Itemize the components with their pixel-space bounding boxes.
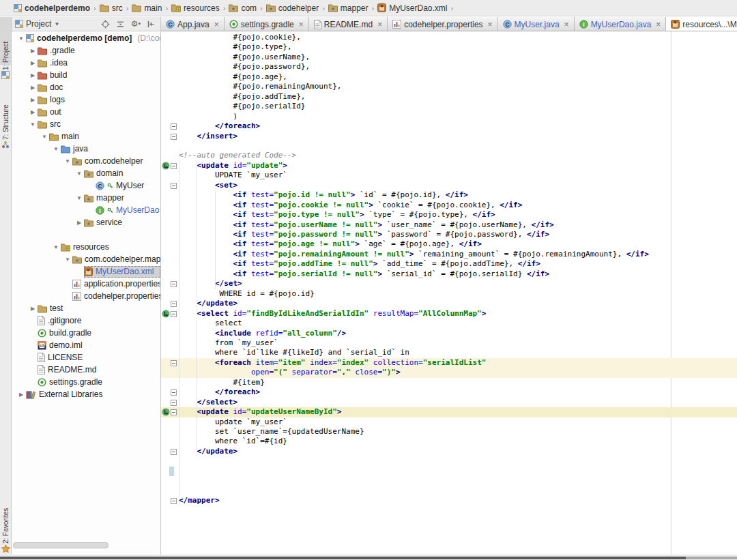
- close-icon[interactable]: ×: [299, 20, 304, 29]
- close-icon[interactable]: ×: [564, 20, 569, 29]
- code-line-9[interactable]: ): [161, 112, 737, 121]
- code-line-24[interactable]: <if test="pojo.addTime != null"> `add_ti…: [161, 259, 737, 269]
- tree-item-out[interactable]: ▶out: [12, 106, 160, 118]
- collapse-all-icon[interactable]: [116, 20, 125, 29]
- tree-item-com.codehelper[interactable]: ▼com.codehelper: [12, 155, 160, 167]
- code-line-34[interactable]: <foreach item="item" index="index" colle…: [161, 358, 737, 368]
- tab-myuser.java[interactable]: CMyUser.java×: [498, 17, 575, 31]
- code-line-32[interactable]: from `my_user`: [161, 338, 737, 348]
- nav-icon[interactable]: [162, 162, 170, 170]
- code-line-7[interactable]: #{pojo.addTime},: [161, 92, 737, 102]
- tree-item-.idea[interactable]: ▶.idea: [12, 57, 160, 69]
- expanded-arrow-icon[interactable]: ▼: [28, 121, 38, 128]
- collapsed-arrow-icon[interactable]: ▶: [28, 97, 38, 103]
- collapsed-arrow-icon[interactable]: ▶: [28, 72, 38, 78]
- code-line-25[interactable]: <if test="pojo.serialId != null"> `seria…: [161, 269, 737, 279]
- tree-item-mapper[interactable]: ▼mapper: [12, 192, 160, 204]
- fold-icon[interactable]: [171, 449, 177, 455]
- tab-app.java[interactable]: CApp.java×: [161, 17, 225, 31]
- tab-settings.gradle[interactable]: settings.gradle×: [225, 17, 309, 31]
- breadcrumb-item-main[interactable]: main: [132, 3, 162, 13]
- close-icon[interactable]: ×: [377, 20, 382, 29]
- code-line-16[interactable]: <set>: [161, 181, 737, 190]
- code-line-41[interactable]: set `user_name`={updatedUserName}: [161, 427, 737, 437]
- fold-icon[interactable]: [171, 400, 177, 406]
- tree-item-application.properties[interactable]: application.properties: [12, 278, 160, 290]
- code-line-35[interactable]: open="(" separator="," close=")">: [161, 368, 737, 377]
- collapsed-arrow-icon[interactable]: ▶: [74, 220, 84, 226]
- tree-item-demo.iml[interactable]: IJdemo.iml: [12, 339, 160, 351]
- tree-item-test[interactable]: ▶test: [12, 302, 160, 314]
- code-line-23[interactable]: <if test="pojo.remainingAmount != null">…: [161, 250, 737, 259]
- code-line-40[interactable]: update `my_user`: [161, 417, 737, 427]
- code-line-28[interactable]: </update>: [161, 299, 737, 308]
- locate-icon[interactable]: [101, 20, 110, 29]
- chevron-down-icon[interactable]: ▾: [55, 20, 59, 27]
- collapsed-arrow-icon[interactable]: ▶: [28, 306, 38, 312]
- expanded-arrow-icon[interactable]: ▼: [16, 35, 26, 42]
- code-line-12[interactable]: [161, 141, 737, 151]
- code-line-5[interactable]: #{pojo.age},: [161, 72, 737, 82]
- fold-icon[interactable]: [171, 409, 177, 415]
- code-line-3[interactable]: #{pojo.userName},: [161, 53, 737, 62]
- code-line-6[interactable]: #{pojo.remainingAmount},: [161, 82, 737, 91]
- code-line-27[interactable]: WHERE id = #{pojo.id}: [161, 289, 737, 299]
- code-line-33[interactable]: where `id`like #{likeId} and `serial_id`…: [161, 348, 737, 357]
- tree-item-build.gradle[interactable]: build.gradle: [12, 327, 160, 339]
- star-icon[interactable]: [1, 544, 10, 553]
- tree-horizontal-scrollbar[interactable]: [13, 542, 109, 548]
- project-panel-title[interactable]: Project: [26, 19, 51, 29]
- code-line-46[interactable]: [161, 476, 737, 486]
- tab-codehelper.properties[interactable]: codehelper.properties×: [388, 17, 497, 31]
- collapsed-arrow-icon[interactable]: ▶: [28, 48, 38, 54]
- nav-icon[interactable]: [162, 408, 170, 416]
- tool-button----project[interactable]: 1: Project: [2, 42, 10, 70]
- fold-icon[interactable]: [171, 163, 177, 169]
- tree-item-external-libraries[interactable]: ▶External Libraries: [12, 388, 160, 400]
- tree-item-myuserdao[interactable]: IMyUserDao: [12, 204, 160, 216]
- code-line-1[interactable]: #{pojo.cookie},: [161, 33, 737, 42]
- tree-item-service[interactable]: ▶service: [12, 216, 160, 229]
- code-line-43[interactable]: </update>: [161, 447, 737, 456]
- fold-icon[interactable]: [171, 123, 177, 130]
- nav-icon[interactable]: [162, 310, 170, 318]
- expanded-arrow-icon[interactable]: ▼: [51, 244, 61, 250]
- tree-item-domain[interactable]: ▼domain: [12, 167, 160, 179]
- tree-item-src[interactable]: ▼src: [12, 118, 160, 130]
- collapsed-arrow-icon[interactable]: ▶: [16, 392, 26, 398]
- fold-icon[interactable]: [171, 498, 177, 504]
- code-line-19[interactable]: <if test="pojo.type != null"> `type` = #…: [161, 210, 737, 220]
- code-line-29[interactable]: <select id="findByIdLikeAndSerialIdIn" r…: [161, 309, 737, 319]
- tree-item-codehelper.properties[interactable]: codehelper.properties: [12, 290, 160, 302]
- breadcrumb-item-src[interactable]: src: [100, 3, 123, 13]
- tool-button----favorites[interactable]: 2: Favorites: [2, 508, 10, 544]
- code-line-8[interactable]: #{pojo.serialId}: [161, 102, 737, 111]
- breadcrumb-item-com[interactable]: com: [229, 3, 257, 13]
- code-line-18[interactable]: <if test="pojo.cookie != null"> `cookie`…: [161, 201, 737, 210]
- code-line-2[interactable]: #{pojo.type},: [161, 42, 737, 52]
- collapsed-arrow-icon[interactable]: ▶: [28, 109, 38, 115]
- project-tool-icon[interactable]: [1, 71, 10, 79]
- code-line-38[interactable]: </select>: [161, 398, 737, 407]
- tab-myuserdao.java[interactable]: IMyUserDao.java×: [575, 17, 667, 31]
- collapsed-arrow-icon[interactable]: ▶: [28, 85, 38, 91]
- breadcrumb-item-resources[interactable]: resources: [171, 3, 220, 13]
- structure-tool-icon[interactable]: [1, 141, 10, 149]
- code-line-31[interactable]: <include refid="all_column"/>: [161, 329, 737, 338]
- breadcrumb-item-codehelper[interactable]: codehelper: [266, 3, 319, 13]
- tree-item-readme.md[interactable]: README.md: [12, 364, 160, 376]
- breadcrumb-item-mapper[interactable]: mapper: [328, 3, 369, 13]
- tool-button----structure[interactable]: 7: Structure: [2, 104, 10, 140]
- hide-icon[interactable]: [147, 20, 156, 29]
- expanded-arrow-icon[interactable]: ▼: [40, 134, 49, 140]
- fold-icon[interactable]: [171, 311, 177, 317]
- code-line-48[interactable]: </mapper>: [161, 496, 737, 505]
- code-line-44[interactable]: [161, 456, 737, 466]
- tab-readme.md[interactable]: README.md×: [309, 17, 388, 31]
- code-line-17[interactable]: <if test="pojo.id != null"> `id` = #{poj…: [161, 190, 737, 200]
- code-line-47[interactable]: [161, 486, 737, 496]
- expanded-arrow-icon[interactable]: ▼: [63, 158, 72, 164]
- tree-item-resources[interactable]: ▼resources: [12, 241, 160, 253]
- fold-icon[interactable]: [171, 389, 177, 396]
- breadcrumb-item-myuserdao.xml[interactable]: MyUserDao.xml: [377, 3, 447, 13]
